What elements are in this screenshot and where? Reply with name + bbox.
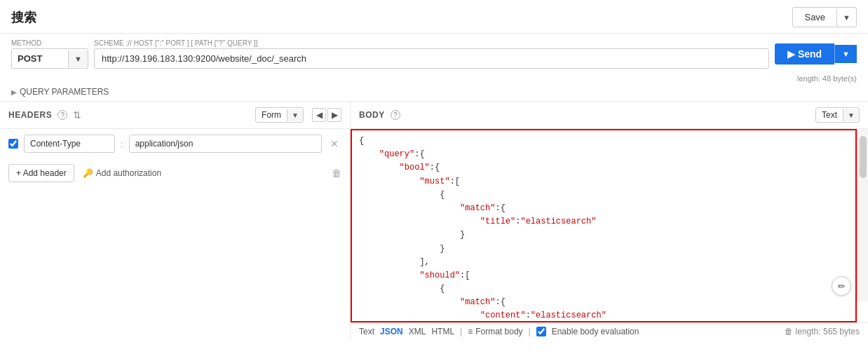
save-button-group[interactable]: Save ▼ bbox=[792, 7, 857, 27]
header-actions-row: + Add header 🔑 Add authorization 🗑 bbox=[0, 158, 350, 188]
query-params-label: QUERY PARAMETERS bbox=[20, 87, 109, 97]
send-button[interactable]: ▶ Send bbox=[775, 43, 834, 64]
body-editor-area: { "query":{ "bool":{ "must":[ { "match":… bbox=[351, 129, 868, 322]
header-checkbox[interactable] bbox=[8, 139, 18, 149]
header-item-row: : ✕ bbox=[0, 129, 350, 158]
method-column: METHOD POST GET PUT DELETE ▼ bbox=[11, 39, 88, 69]
main-area: HEADERS ? ⇅ Form ▼ ◀ ▶ : ✕ + Add header … bbox=[0, 102, 868, 340]
headers-panel: HEADERS ? ⇅ Form ▼ ◀ ▶ : ✕ + Add header … bbox=[0, 102, 351, 340]
body-footer: Text JSON XML HTML | ≡ Format body | Ena… bbox=[351, 322, 868, 340]
headers-title: HEADERS bbox=[8, 110, 52, 120]
scheme-label: SCHEME :// HOST [":" PORT ] [ PATH ["?" … bbox=[94, 39, 769, 47]
send-button-group[interactable]: ▶ Send ▼ bbox=[775, 43, 857, 64]
header-key-input[interactable] bbox=[24, 135, 115, 153]
header-value-input[interactable] bbox=[129, 135, 322, 153]
body-help-icon[interactable]: ? bbox=[391, 110, 400, 120]
body-xml-label[interactable]: XML bbox=[409, 327, 426, 336]
headers-help-icon[interactable]: ? bbox=[57, 110, 67, 120]
body-html-label[interactable]: HTML bbox=[431, 327, 454, 336]
add-header-button[interactable]: + Add header bbox=[8, 164, 74, 182]
json-editor[interactable]: { "query":{ "bool":{ "must":[ { "match":… bbox=[351, 129, 868, 322]
method-select-wrapper: POST GET PUT DELETE ▼ bbox=[11, 48, 88, 69]
collapse-buttons: ◀ ▶ bbox=[312, 108, 341, 122]
collapse-right-btn[interactable]: ▶ bbox=[327, 108, 341, 122]
edit-icon-button[interactable]: ✏ bbox=[832, 276, 851, 296]
footer-separator-1: | bbox=[460, 327, 462, 336]
method-label: METHOD bbox=[11, 39, 88, 47]
url-column: SCHEME :// HOST [":" PORT ] [ PATH ["?" … bbox=[94, 39, 769, 69]
body-type-label: Text bbox=[816, 108, 843, 122]
add-authorization-button[interactable]: 🔑 Add authorization bbox=[83, 168, 161, 178]
header-colon: : bbox=[121, 139, 123, 149]
save-button-main[interactable]: Save bbox=[793, 8, 836, 27]
format-icon: ≡ bbox=[468, 327, 473, 336]
header-delete-button[interactable]: ✕ bbox=[327, 137, 341, 151]
scrollbar-thumb bbox=[860, 136, 867, 178]
body-length: 🗑 length: 565 bytes bbox=[785, 327, 860, 336]
enable-eval-label: Enable body evaluation bbox=[552, 327, 639, 336]
lock-icon: 🔑 bbox=[83, 168, 93, 178]
body-title: BODY bbox=[359, 110, 385, 120]
method-select[interactable]: POST GET PUT DELETE bbox=[12, 49, 68, 68]
top-bar: 搜索 Save ▼ bbox=[0, 0, 868, 34]
send-icon: ▶ bbox=[787, 48, 798, 60]
headers-panel-header: HEADERS ? ⇅ Form ▼ ◀ ▶ bbox=[0, 102, 350, 129]
form-dropdown-caret-icon[interactable]: ▼ bbox=[287, 109, 303, 121]
headers-sort-icon[interactable]: ⇅ bbox=[73, 109, 81, 121]
body-json-label[interactable]: JSON bbox=[380, 327, 403, 336]
format-body-button[interactable]: ≡ Format body bbox=[468, 327, 522, 336]
body-scrollbar[interactable] bbox=[857, 129, 868, 301]
method-caret-icon[interactable]: ▼ bbox=[68, 50, 88, 67]
footer-separator-2: | bbox=[529, 327, 531, 336]
body-type-dropdown[interactable]: Text ▼ bbox=[815, 107, 860, 123]
collapse-left-btn[interactable]: ◀ bbox=[312, 108, 326, 122]
send-dropdown-caret[interactable]: ▼ bbox=[834, 45, 857, 63]
body-panel: BODY ? Text ▼ { "query":{ "bool":{ "must… bbox=[351, 102, 868, 340]
body-trash-icon[interactable]: 🗑 bbox=[785, 327, 793, 336]
query-params-row[interactable]: ▶ QUERY PARAMETERS bbox=[0, 86, 868, 101]
query-params-arrow-icon: ▶ bbox=[11, 88, 17, 96]
save-dropdown-caret[interactable]: ▼ bbox=[836, 9, 856, 26]
body-type-caret-icon[interactable]: ▼ bbox=[843, 109, 859, 121]
length-hint: length: 48 byte(s) bbox=[0, 74, 868, 86]
body-panel-header: BODY ? Text ▼ bbox=[351, 102, 868, 129]
url-input[interactable] bbox=[94, 48, 769, 69]
form-dropdown-label: Form bbox=[256, 108, 287, 122]
enable-eval-checkbox[interactable] bbox=[536, 327, 546, 336]
url-row: METHOD POST GET PUT DELETE ▼ SCHEME :// … bbox=[0, 34, 868, 74]
body-text-label[interactable]: Text bbox=[359, 327, 374, 336]
headers-form-dropdown[interactable]: Form ▼ bbox=[255, 107, 304, 123]
headers-trash-icon[interactable]: 🗑 bbox=[332, 168, 341, 179]
page-title: 搜索 bbox=[11, 9, 36, 26]
